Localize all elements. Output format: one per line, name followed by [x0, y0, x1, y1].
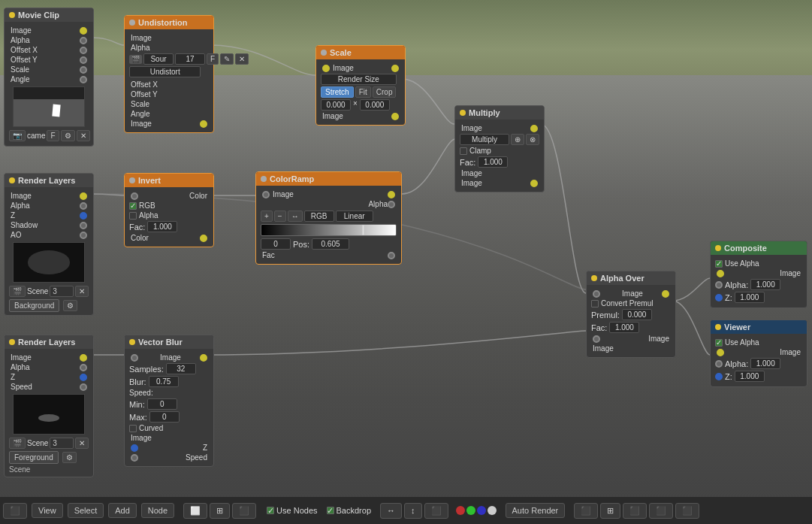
backdrop-icon3[interactable]: ⬛	[424, 503, 448, 519]
ramp-marker[interactable]	[362, 225, 364, 235]
undistort-val[interactable]: Undistort	[129, 66, 201, 77]
convert-premul-cb[interactable]	[591, 300, 599, 307]
editor-type-icon[interactable]: ⬛	[3, 503, 27, 519]
foreground-badge[interactable]: Foreground	[9, 451, 59, 464]
view-icon1[interactable]: ⬜	[183, 503, 207, 519]
f-btn[interactable]: F	[47, 130, 59, 141]
x-btn[interactable]: ✕	[77, 130, 90, 141]
view-icon3[interactable]: ⬛	[232, 503, 256, 519]
source-num[interactable]: 17	[175, 53, 205, 65]
x-btn2[interactable]: ✕	[75, 286, 89, 297]
node-multiply[interactable]: Multiply Image Multiply ⊕ ⊗ Clamp Fac: 1…	[454, 105, 545, 192]
use-alpha-comp-label: Use Alpha	[725, 259, 759, 268]
fac-field[interactable]: 1.000	[478, 156, 508, 168]
alpha-checkbox[interactable]	[129, 212, 137, 220]
socket-row-offsety: Offset Y	[9, 56, 89, 64]
alpha-field-comp[interactable]: 1.000	[750, 279, 780, 290]
max-field[interactable]: 0	[149, 411, 180, 423]
node-vectorblur[interactable]: Vector Blur Image Samples: 32 Blur: 0.75…	[124, 335, 214, 467]
view-menu[interactable]: View	[32, 503, 63, 518]
backdrop-icon1[interactable]: ↔	[380, 503, 402, 519]
min-field[interactable]: 0	[147, 398, 177, 410]
edit-btn[interactable]: ✎	[220, 53, 234, 65]
right-icon4[interactable]: ⬛	[649, 503, 673, 519]
use-nodes-cb[interactable]: ✓	[267, 507, 274, 514]
render-icon[interactable]: 🎬	[9, 286, 26, 297]
mode-field-cr[interactable]: RGB	[304, 211, 334, 222]
pos-num-cr[interactable]: 0	[261, 238, 291, 250]
colorramp-bar[interactable]	[261, 224, 397, 236]
node-alphaover[interactable]: Alpha Over Image Convert Premul Premul: …	[586, 271, 676, 358]
node-colorramp[interactable]: ColorRamp Image Alpha + − ↔ RGB Linear	[255, 171, 402, 265]
fit-btn[interactable]: Fit	[355, 86, 371, 98]
settings-btn[interactable]: ⚙	[61, 130, 75, 141]
node-viewer[interactable]: Viewer ✓ Use Alpha Image Alpha: 1.000 Z:…	[710, 320, 807, 387]
node-renderlayers1-title: Render Layers	[18, 176, 75, 185]
badge-settings2[interactable]: ⚙	[62, 452, 77, 463]
x-field[interactable]: 0.000	[321, 99, 351, 111]
blur-field[interactable]: 0.75	[149, 376, 179, 387]
scene-num2[interactable]: 3	[50, 438, 74, 449]
x-btn3[interactable]: ✕	[75, 438, 89, 449]
blend-icon2[interactable]: ⊗	[526, 134, 539, 145]
remove-btn-cr[interactable]: −	[274, 211, 286, 222]
z-field-viewer[interactable]: 1.000	[735, 371, 765, 382]
node-movieclip[interactable]: Movie Clip Image Alpha Offset X Offset Y…	[4, 8, 94, 147]
blend-icon[interactable]: ⊕	[511, 134, 524, 145]
use-alpha-comp-cb[interactable]: ✓	[715, 260, 723, 268]
alpha-field-viewer[interactable]: 1.000	[750, 358, 780, 369]
socket-label: Image	[461, 124, 482, 132]
node-scale-title: Scale	[330, 48, 352, 57]
crop-btn[interactable]: Crop	[373, 86, 397, 98]
y-field[interactable]: 0.000	[360, 99, 390, 111]
z-field-comp[interactable]: 1.000	[735, 292, 765, 303]
blend-mode-field[interactable]: Multiply	[460, 134, 509, 145]
socket-out	[80, 354, 87, 362]
node-menu[interactable]: Node	[141, 503, 174, 518]
right-icon5[interactable]: ⬛	[675, 503, 699, 519]
auto-render-btn[interactable]: Auto Render	[506, 503, 566, 518]
select-menu[interactable]: Select	[68, 503, 104, 518]
max-label: Max:	[129, 413, 147, 422]
node-composite[interactable]: Composite ✓ Use Alpha Image Alpha: 1.000…	[710, 241, 807, 308]
flip-btn-cr[interactable]: ↔	[288, 211, 303, 222]
socket-out	[80, 232, 87, 239]
node-renderlayers2[interactable]: Render Layers Image Alpha Z Speed	[4, 335, 94, 477]
node-invert[interactable]: Invert Color ✓ RGB Alpha Fac: 1.000 Colo…	[124, 173, 214, 247]
render-size-field[interactable]: Render Size	[321, 74, 397, 85]
backdrop-icon2[interactable]: ↕	[404, 503, 422, 519]
stretch-btn[interactable]: Stretch	[321, 86, 354, 98]
view-icon2[interactable]: ⊞	[210, 503, 230, 519]
x-btn[interactable]: ✕	[235, 53, 249, 65]
source-field[interactable]: Sour	[143, 53, 174, 65]
render-icon2[interactable]: 🎬	[9, 438, 26, 449]
clamp-checkbox[interactable]	[460, 147, 467, 155]
max-row: Max: 0	[129, 411, 209, 423]
premul-field[interactable]: 0.000	[622, 309, 652, 320]
add-btn-cr[interactable]: +	[261, 211, 273, 222]
camera-icon[interactable]: 📷	[9, 130, 26, 141]
add-menu[interactable]: Add	[108, 503, 137, 518]
scene-sublabel: Scene	[9, 465, 89, 474]
badge-settings[interactable]: ⚙	[63, 300, 77, 311]
node-scale[interactable]: Scale Image Render Size Stretch Fit Crop…	[315, 45, 406, 126]
right-icon1[interactable]: ⬛	[574, 503, 598, 519]
use-alpha-viewer-cb[interactable]: ✓	[715, 339, 723, 347]
curved-cb[interactable]	[129, 425, 137, 432]
f-toggle[interactable]: F	[207, 53, 219, 65]
background-badge[interactable]: Background	[9, 299, 59, 312]
right-icon2[interactable]: ⊞	[600, 503, 620, 519]
rgb-checkbox[interactable]: ✓	[129, 202, 137, 210]
samples-field[interactable]: 32	[166, 363, 196, 374]
socket-out-vb	[200, 354, 207, 362]
scene-num[interactable]: 3	[50, 286, 74, 297]
node-undistortion[interactable]: Undistortion Image Alpha 🎬 Sour 17 F ✎ ✕…	[124, 15, 214, 133]
undistort-dropdown[interactable]: Undistort	[129, 66, 209, 77]
fac-field-ao[interactable]: 1.000	[609, 322, 639, 333]
backdrop-cb[interactable]: ✓	[327, 507, 334, 514]
right-icon3[interactable]: ⬛	[623, 503, 647, 519]
node-renderlayers1[interactable]: Render Layers Image Alpha Z Shadow AO	[4, 173, 94, 316]
interp-field-cr[interactable]: Linear	[336, 211, 373, 222]
pos-val-cr[interactable]: 0.605	[312, 238, 349, 250]
fac-field-invert[interactable]: 1.000	[147, 221, 177, 232]
